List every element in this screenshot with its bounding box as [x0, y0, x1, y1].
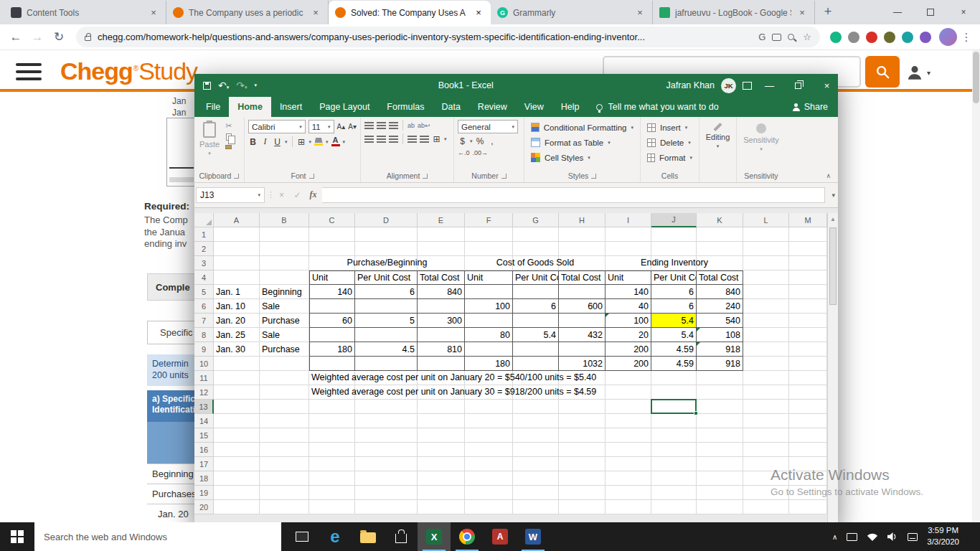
- row-header-14[interactable]: 14: [194, 414, 214, 428]
- cell-G8[interactable]: 5.4: [513, 328, 559, 342]
- align-right-icon[interactable]: [389, 136, 398, 143]
- format-as-table-button[interactable]: Format as Table▾: [528, 135, 636, 150]
- cell-A20[interactable]: [214, 500, 260, 514]
- cell-L13[interactable]: [743, 400, 789, 414]
- cell-A18[interactable]: [214, 471, 260, 486]
- taskbar-file-explorer[interactable]: [352, 522, 385, 551]
- cell-C2[interactable]: [309, 242, 355, 256]
- column-header-D[interactable]: D: [355, 213, 418, 227]
- ribbon-tab-data[interactable]: Data: [433, 97, 468, 117]
- cell-K15[interactable]: [697, 428, 743, 443]
- cell-L15[interactable]: [743, 428, 789, 443]
- cell-E19[interactable]: [418, 486, 465, 500]
- cell-B8[interactable]: Sale: [260, 328, 309, 342]
- cell-B6[interactable]: Sale: [260, 299, 309, 314]
- extension-icon[interactable]: [884, 32, 895, 43]
- row-header-11[interactable]: 11: [194, 371, 214, 385]
- cell-L11[interactable]: [743, 371, 789, 385]
- row-header-3[interactable]: 3: [194, 256, 214, 270]
- decrease-decimal-button[interactable]: .00→: [473, 149, 489, 156]
- cell-B3[interactable]: [260, 256, 309, 270]
- cell-E10[interactable]: [418, 357, 465, 371]
- delete-cells-button[interactable]: Delete▾: [644, 135, 695, 150]
- cell-F9[interactable]: [465, 342, 513, 357]
- cell-J6[interactable]: 6: [651, 299, 697, 314]
- cell-B12[interactable]: [260, 385, 309, 400]
- cell-D5[interactable]: 6: [355, 285, 418, 299]
- cell-A17[interactable]: [214, 457, 260, 471]
- decrease-indent-icon[interactable]: [407, 136, 417, 143]
- cell-C20[interactable]: [309, 500, 355, 514]
- row-header-19[interactable]: 19: [194, 486, 214, 500]
- cell-M3[interactable]: [789, 256, 827, 270]
- cell-C13[interactable]: [309, 400, 355, 414]
- cell-J19[interactable]: [651, 486, 697, 500]
- browser-menu-icon[interactable]: ⋮: [958, 31, 974, 44]
- address-bar[interactable]: chegg.com/homework-help/questions-and-an…: [76, 27, 820, 47]
- cell-H8[interactable]: 432: [559, 328, 606, 342]
- taskbar-store[interactable]: [385, 522, 418, 551]
- name-box[interactable]: J13▾: [196, 187, 265, 203]
- font-dialog-launcher-icon[interactable]: [309, 174, 314, 179]
- cell-E14[interactable]: [418, 414, 465, 428]
- browser-tab[interactable]: jafrueuvu - LogBook - Google S...×: [653, 1, 815, 24]
- cell-A10[interactable]: [214, 357, 260, 371]
- tab-close-icon[interactable]: ×: [796, 7, 808, 19]
- cell-E9[interactable]: 810: [418, 342, 465, 357]
- cell-F19[interactable]: [465, 486, 513, 500]
- cell-D17[interactable]: [355, 457, 418, 471]
- excel-restore-button[interactable]: [787, 74, 809, 97]
- cell-styles-button[interactable]: Cell Styles▾: [528, 150, 636, 165]
- cell-G9[interactable]: [513, 342, 559, 357]
- cell-K4[interactable]: Total Cost: [697, 270, 743, 285]
- page-scrollbar[interactable]: [972, 50, 980, 522]
- format-cells-button[interactable]: Format▾: [644, 150, 695, 165]
- cell-M16[interactable]: [789, 443, 827, 457]
- underline-dropdown-icon[interactable]: ▾: [285, 139, 288, 145]
- cell-E17[interactable]: [418, 457, 465, 471]
- fill-color-dropdown-icon[interactable]: ▾: [326, 139, 329, 145]
- cell-M10[interactable]: [789, 357, 827, 371]
- cell-M6[interactable]: [789, 299, 827, 314]
- cell-H9[interactable]: [559, 342, 606, 357]
- cell-I14[interactable]: [606, 414, 651, 428]
- cell-G1[interactable]: [513, 227, 559, 242]
- merge-center-dropdown-icon[interactable]: ▾: [444, 136, 447, 142]
- cell-A16[interactable]: [214, 443, 260, 457]
- column-header-M[interactable]: M: [789, 213, 827, 227]
- column-header-B[interactable]: B: [260, 213, 309, 227]
- row-header-12[interactable]: 12: [194, 385, 214, 400]
- orientation-icon[interactable]: ab: [407, 122, 415, 129]
- hamburger-menu-icon[interactable]: [16, 63, 42, 80]
- cell-M1[interactable]: [789, 227, 827, 242]
- cell-G4[interactable]: Per Unit Cost: [513, 270, 559, 285]
- borders-dropdown-icon[interactable]: ▾: [309, 139, 312, 145]
- ribbon-tab-view[interactable]: View: [516, 97, 552, 117]
- cell-H13[interactable]: [559, 400, 606, 414]
- cell-B1[interactable]: [260, 227, 309, 242]
- cell-L14[interactable]: [743, 414, 789, 428]
- column-header-L[interactable]: L: [743, 213, 789, 227]
- cell-G14[interactable]: [513, 414, 559, 428]
- cell-L8[interactable]: [743, 328, 789, 342]
- reload-button[interactable]: ↻: [49, 29, 69, 44]
- alignment-dialog-launcher-icon[interactable]: [423, 174, 428, 179]
- cell-L4[interactable]: [743, 270, 789, 285]
- cell-K8[interactable]: 108: [697, 328, 743, 342]
- browser-tab[interactable]: GGrammarly×: [491, 1, 653, 24]
- column-header-F[interactable]: F: [465, 213, 513, 227]
- percent-style-button[interactable]: %: [476, 136, 485, 146]
- wrap-text-icon[interactable]: ab↩: [418, 122, 430, 129]
- row-header-8[interactable]: 8: [194, 328, 214, 342]
- share-button[interactable]: Share: [793, 97, 838, 117]
- cell-E13[interactable]: [418, 400, 465, 414]
- cell-B9[interactable]: Purchase: [260, 342, 309, 357]
- page-scrollbar-thumb[interactable]: [973, 52, 979, 103]
- cell-G2[interactable]: [513, 242, 559, 256]
- align-top-icon[interactable]: [364, 122, 374, 129]
- row-header-6[interactable]: 6: [194, 299, 214, 314]
- redo-button[interactable]: ↷▾: [236, 80, 247, 90]
- cell-G17[interactable]: [513, 457, 559, 471]
- tell-me-box[interactable]: Tell me what you want to do: [596, 97, 718, 117]
- cell-G13[interactable]: [513, 400, 559, 414]
